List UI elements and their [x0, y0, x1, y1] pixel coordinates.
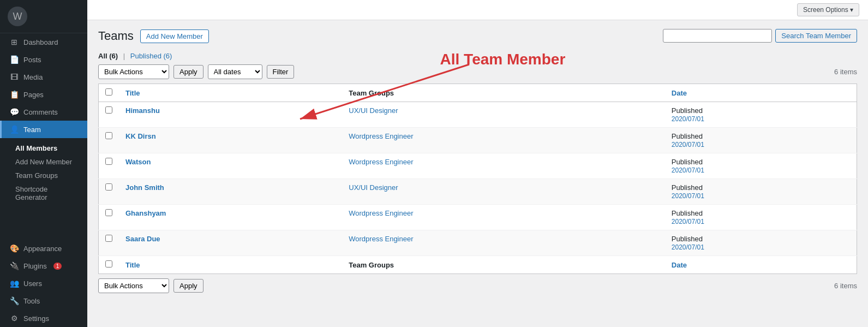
header-team-groups: Team Groups [342, 84, 665, 102]
footer-title[interactable]: Title [119, 256, 342, 274]
member-name-link[interactable]: Watson [125, 158, 151, 166]
plugins-icon: 🔌 [9, 261, 19, 270]
status-label: Published [672, 235, 703, 243]
filter-all-link[interactable]: All (6) [98, 52, 118, 60]
sidebar-item-comments[interactable]: 💬 Comments [0, 103, 87, 121]
dates-select[interactable]: All dates [208, 64, 262, 79]
posts-icon: 📄 [9, 55, 19, 64]
row-checkbox-cell [99, 102, 119, 128]
row-name-cell: John Smith [119, 179, 342, 205]
row-checkbox[interactable] [105, 158, 112, 165]
row-checkbox[interactable] [105, 106, 112, 114]
sidebar-item-all-members[interactable]: All Members [0, 141, 87, 155]
member-name-link[interactable]: KK Dirsn [125, 132, 156, 140]
table-row: KK Dirsn Wordpress Engineer Published 20… [99, 128, 857, 153]
wp-logo-icon: W [8, 7, 27, 26]
group-link[interactable]: UX/UI Designer [349, 183, 398, 192]
sidebar-item-appearance[interactable]: 🎨 Appearance [0, 240, 87, 257]
group-link[interactable]: Wordpress Engineer [349, 158, 413, 166]
header-date[interactable]: Date [665, 84, 857, 102]
row-name-cell: Ghanshyam [119, 205, 342, 230]
row-checkbox-cell [99, 179, 119, 205]
sidebar-item-settings[interactable]: ⚙ Settings [0, 310, 87, 327]
member-name-link[interactable]: Ghanshyam [125, 209, 166, 217]
topbar: Screen Options ▾ [87, 0, 868, 20]
row-group-cell: Wordpress Engineer [342, 230, 665, 256]
settings-icon: ⚙ [9, 314, 19, 323]
header-title[interactable]: Title [119, 84, 342, 102]
footer-checkbox-col [99, 256, 119, 274]
header-checkbox-col [99, 84, 119, 102]
filter-button[interactable]: Filter [267, 65, 295, 79]
row-name-cell: Himanshu [119, 102, 342, 128]
row-checkbox-cell [99, 230, 119, 256]
sidebar-item-team[interactable]: 👤 Team [0, 121, 87, 138]
sidebar-item-plugins[interactable]: 🔌 Plugins 1 [0, 257, 87, 275]
table-row: Himanshu UX/UI Designer Published 2020/0… [99, 102, 857, 128]
row-date-cell: Published 2020/07/01 [665, 205, 857, 230]
media-icon: 🎞 [9, 73, 19, 81]
table-row: Watson Wordpress Engineer Published 2020… [99, 153, 857, 179]
row-checkbox-cell [99, 205, 119, 230]
top-toolbar: Bulk Actions Apply All dates Filter 6 it… [98, 64, 857, 79]
sidebar-item-pages[interactable]: 📋 Pages [0, 86, 87, 103]
row-group-cell: Wordpress Engineer [342, 205, 665, 230]
sidebar-item-shortcode-generator[interactable]: Shortcode Generator [0, 182, 87, 204]
content-wrapper: All Team Member Teams Add New Member [98, 29, 857, 293]
row-checkbox[interactable] [105, 209, 112, 216]
sidebar-item-team-groups[interactable]: Team Groups [0, 169, 87, 182]
search-input[interactable] [663, 29, 772, 43]
row-checkbox[interactable] [105, 183, 112, 191]
status-label: Published [672, 132, 703, 140]
table-body: Himanshu UX/UI Designer Published 2020/0… [99, 102, 857, 256]
row-checkbox[interactable] [105, 235, 112, 242]
filter-separator: | [123, 52, 125, 60]
select-all-checkbox[interactable] [105, 88, 112, 96]
add-new-member-button[interactable]: Add New Member [140, 29, 209, 43]
select-all-checkbox-bottom[interactable] [105, 260, 112, 267]
row-date-cell: Published 2020/07/01 [665, 153, 857, 179]
tools-icon: 🔧 [9, 296, 19, 305]
date-link[interactable]: 2020/07/01 [672, 141, 704, 148]
row-date-cell: Published 2020/07/01 [665, 102, 857, 128]
date-link[interactable]: 2020/07/01 [672, 115, 704, 123]
row-checkbox[interactable] [105, 132, 112, 139]
page-title: Teams [98, 29, 134, 43]
group-link[interactable]: UX/UI Designer [349, 106, 398, 115]
search-team-member-button[interactable]: Search Team Member [775, 29, 857, 43]
date-link[interactable]: 2020/07/01 [672, 167, 704, 174]
sidebar-item-users[interactable]: 👥 Users [0, 275, 87, 292]
bulk-actions-select-bottom[interactable]: Bulk Actions [98, 278, 169, 293]
pages-icon: 📋 [9, 90, 19, 99]
sidebar-item-posts[interactable]: 📄 Posts [0, 51, 87, 68]
users-icon: 👥 [9, 279, 19, 288]
date-link[interactable]: 2020/07/01 [672, 243, 704, 251]
bottom-toolbar: Bulk Actions Apply 6 items [98, 278, 857, 293]
sidebar-item-dashboard[interactable]: ⊞ Dashboard [0, 33, 87, 51]
sidebar-item-tools[interactable]: 🔧 Tools [0, 292, 87, 310]
date-link[interactable]: 2020/07/01 [672, 218, 704, 225]
sidebar-item-media[interactable]: 🎞 Media [0, 68, 87, 86]
filter-published-link[interactable]: Published (6) [130, 52, 172, 60]
member-name-link[interactable]: John Smith [125, 183, 164, 192]
member-name-link[interactable]: Saara Due [125, 235, 160, 243]
bulk-actions-select-top[interactable]: Bulk Actions [98, 64, 169, 79]
row-group-cell: Wordpress Engineer [342, 128, 665, 153]
row-group-cell: UX/UI Designer [342, 179, 665, 205]
group-link[interactable]: Wordpress Engineer [349, 209, 413, 217]
apply-button-top[interactable]: Apply [173, 65, 203, 79]
status-label: Published [672, 183, 703, 192]
members-table: Title Team Groups Date Himanshu UX/UI De… [98, 84, 857, 274]
member-name-link[interactable]: Himanshu [125, 106, 160, 115]
row-group-cell: Wordpress Engineer [342, 153, 665, 179]
group-link[interactable]: Wordpress Engineer [349, 235, 413, 243]
comments-icon: 💬 [9, 108, 19, 116]
group-link[interactable]: Wordpress Engineer [349, 132, 413, 140]
apply-button-bottom[interactable]: Apply [173, 279, 203, 293]
plugins-badge: 1 [53, 263, 62, 270]
screen-options-button[interactable]: Screen Options ▾ [797, 3, 859, 16]
footer-date[interactable]: Date [665, 256, 857, 274]
sidebar-item-add-new-member[interactable]: Add New Member [0, 155, 87, 169]
row-date-cell: Published 2020/07/01 [665, 179, 857, 205]
date-link[interactable]: 2020/07/01 [672, 192, 704, 200]
